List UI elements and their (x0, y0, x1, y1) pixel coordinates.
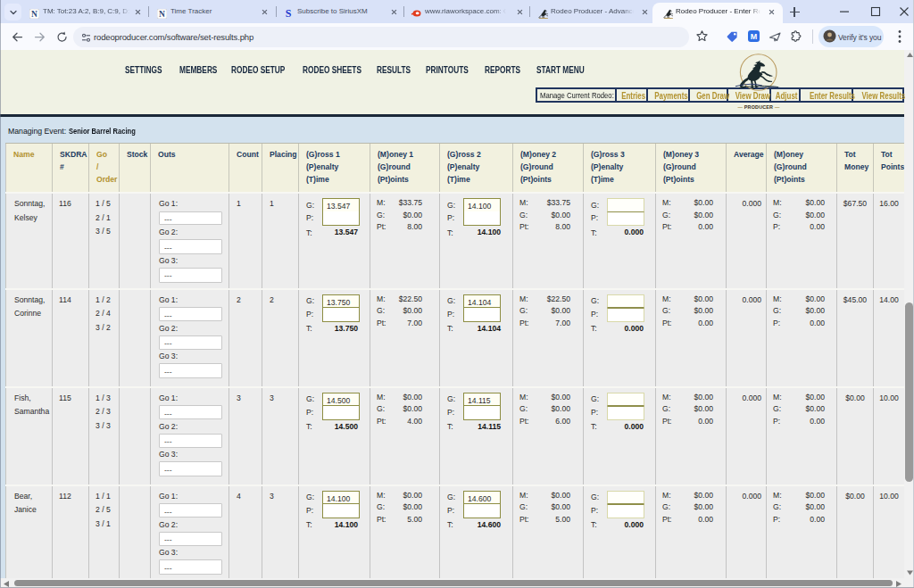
svg-text:S: S (286, 8, 292, 19)
svg-text:N: N (159, 10, 165, 19)
svg-text:N: N (31, 10, 37, 19)
svg-text:M: M (751, 32, 758, 41)
